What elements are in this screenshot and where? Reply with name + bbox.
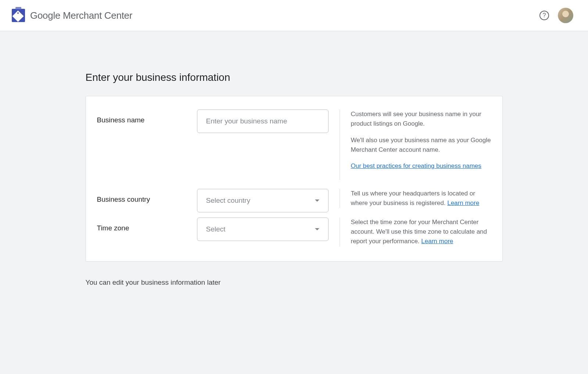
row-business-country: Business country Select country Tell us … (97, 189, 491, 212)
merchant-center-logo-icon (12, 9, 25, 22)
label-business-country: Business country (97, 189, 197, 204)
link-best-practices[interactable]: Our best practices for creating business… (351, 162, 481, 169)
link-timezone-learn-more[interactable]: Learn more (421, 238, 453, 245)
header-actions: ? (539, 8, 573, 23)
help-business-name-p2: We'll also use your business name as you… (351, 136, 491, 155)
brand-google: Google (30, 10, 60, 21)
time-zone-select[interactable]: Select (197, 217, 329, 241)
help-business-country-text: Tell us where your headquarters is locat… (351, 189, 491, 208)
time-zone-placeholder: Select (206, 225, 226, 233)
row-business-name: Business name Customers will see your bu… (97, 109, 491, 180)
help-business-country: Tell us where your headquarters is locat… (340, 189, 491, 208)
avatar[interactable] (558, 8, 573, 23)
input-col-time-zone: Select (197, 217, 340, 241)
business-name-input[interactable] (197, 109, 329, 133)
page-title: Enter your business information (86, 72, 503, 83)
help-time-zone-text: Select the time zone for your Merchant C… (351, 217, 491, 247)
brand-product: Merchant Center (60, 10, 132, 21)
business-country-placeholder: Select country (206, 197, 250, 205)
main-container: Enter your business information Business… (86, 31, 503, 309)
form-card: Business name Customers will see your bu… (86, 96, 503, 262)
brand-area: Google Merchant Center (12, 9, 132, 22)
help-business-name: Customers will see your business name in… (340, 109, 491, 180)
footer-note: You can edit your business information l… (86, 278, 503, 287)
app-header: Google Merchant Center ? (0, 0, 588, 31)
label-business-name: Business name (97, 109, 197, 124)
business-country-select[interactable]: Select country (197, 189, 329, 212)
help-time-zone: Select the time zone for your Merchant C… (340, 217, 491, 247)
help-business-name-p1: Customers will see your business name in… (351, 109, 491, 129)
label-time-zone: Time zone (97, 217, 197, 232)
brand-text: Google Merchant Center (30, 10, 132, 21)
input-col-business-country: Select country (197, 189, 340, 212)
input-col-business-name (197, 109, 340, 133)
chevron-down-icon (315, 199, 319, 202)
chevron-down-icon (315, 228, 319, 230)
help-icon[interactable]: ? (539, 11, 549, 20)
row-time-zone: Time zone Select Select the time zone fo… (97, 217, 491, 247)
link-country-learn-more[interactable]: Learn more (447, 199, 479, 206)
